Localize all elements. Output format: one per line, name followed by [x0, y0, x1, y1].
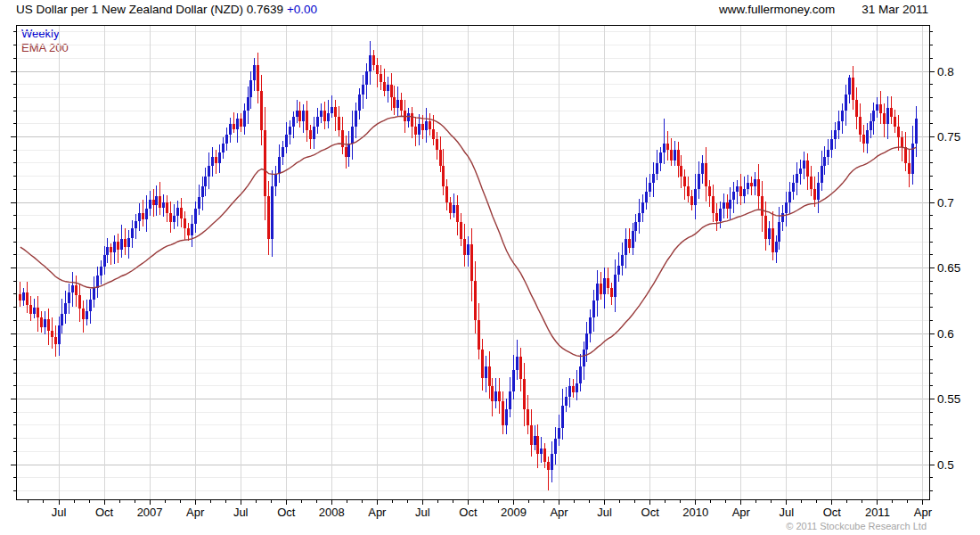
candle [617, 252, 620, 282]
candle [862, 125, 865, 152]
candle [739, 174, 742, 205]
candle [429, 113, 431, 136]
y-axis: 0.80.750.70.650.60.550.5 [11, 32, 960, 491]
candle [204, 168, 207, 197]
candle [775, 235, 778, 263]
candle [568, 378, 571, 407]
candle [628, 228, 631, 253]
candle [565, 387, 568, 413]
candle [390, 73, 393, 111]
candle [37, 296, 39, 332]
candle [282, 141, 284, 165]
candle [243, 103, 246, 135]
candle [44, 311, 46, 334]
candle [351, 111, 354, 159]
candle [418, 114, 421, 145]
x-tick-label: Apr [550, 506, 568, 519]
candle [666, 131, 669, 161]
x-tick-label: Oct [459, 506, 478, 519]
candle [82, 300, 85, 333]
candle [827, 139, 829, 165]
x-tick-label: Oct [641, 506, 660, 519]
candle [442, 149, 445, 195]
candle [456, 195, 459, 235]
candle [358, 88, 361, 120]
candle [502, 391, 504, 435]
candle [152, 189, 155, 217]
candle [323, 102, 326, 129]
candle [576, 370, 578, 400]
candle [159, 182, 161, 215]
candle [719, 202, 722, 227]
candle [554, 427, 557, 465]
candle [610, 283, 613, 305]
candle [253, 58, 256, 92]
candle [894, 110, 896, 133]
candle [764, 202, 767, 251]
candle [879, 91, 882, 125]
candle [145, 195, 148, 232]
candle [33, 299, 36, 318]
candle [634, 214, 637, 243]
candle [834, 122, 837, 149]
candle [411, 107, 413, 138]
candle [859, 103, 862, 141]
candle [54, 325, 57, 357]
y-tick-label: 0.8 [937, 65, 954, 78]
candle [855, 87, 858, 129]
candle [347, 131, 350, 167]
candle [677, 142, 680, 177]
candle [474, 261, 477, 334]
candle [425, 108, 428, 143]
candle [641, 194, 644, 222]
candle [218, 144, 221, 173]
candle [460, 213, 462, 246]
candle [414, 117, 417, 145]
candle [61, 299, 63, 333]
candle [247, 86, 249, 124]
x-tick-label: Jul [779, 506, 794, 519]
candle [124, 228, 127, 255]
candle [400, 93, 403, 116]
candle [799, 160, 802, 184]
candle [149, 191, 151, 217]
x-tick-label: Oct [277, 506, 296, 519]
candle [64, 291, 67, 324]
x-tick-label: Apr [186, 506, 205, 519]
candle [345, 136, 347, 169]
candle [467, 236, 470, 267]
candle [47, 309, 50, 345]
candle [505, 399, 508, 433]
candle [558, 415, 560, 447]
candle [632, 223, 634, 256]
candle [267, 181, 270, 255]
candle [652, 162, 655, 197]
candle [449, 197, 452, 219]
y-tick-label: 0.75 [937, 130, 960, 144]
candle [302, 104, 305, 133]
candle [523, 363, 526, 427]
candle [596, 270, 599, 317]
candle [788, 182, 791, 214]
candle [187, 223, 190, 241]
candle [369, 41, 372, 85]
candle [841, 103, 844, 134]
candle [607, 268, 609, 294]
candle [911, 126, 914, 185]
candle [527, 395, 529, 433]
candle [694, 174, 697, 219]
x-tick-label: Jul [52, 506, 67, 519]
candle [271, 170, 274, 257]
candle [519, 348, 522, 391]
candle [778, 207, 780, 250]
candle [26, 282, 29, 312]
candle [512, 355, 515, 399]
candle [698, 161, 700, 199]
candle [509, 377, 511, 417]
candle [723, 193, 725, 218]
candle [470, 228, 473, 300]
candle [872, 103, 875, 135]
candle [341, 117, 344, 155]
price-chart-plot[interactable]: 0.80.750.70.650.60.550.5JulOct2007AprJul… [0, 0, 980, 535]
x-axis: JulOct2007AprJulOct2008AprJulOct2009AprJ… [29, 499, 933, 519]
